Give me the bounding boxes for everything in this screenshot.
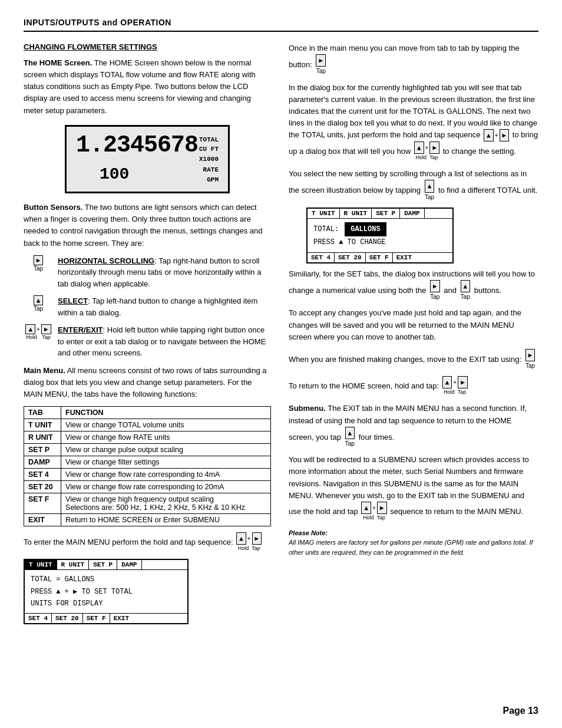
home-tap-label: Tap — [458, 388, 467, 397]
right-para6: When you are finished making changes, mo… — [289, 349, 538, 371]
enter-main-menu-text: To enter the MAIN MENU perform the hold … — [24, 532, 271, 553]
lcd-med-number: 100 — [100, 165, 129, 183]
tap-select-group: ▲ Tap — [425, 180, 435, 202]
enter-menu-ht-labels: Hold Tap — [236, 545, 262, 553]
two-col-layout: CHANGING FLOWMETER SETTINGS The HOME Scr… — [24, 42, 538, 629]
menu-tab-damp: DAMP — [117, 560, 141, 569]
enter-menu-right-btn: ▶ — [252, 532, 262, 545]
submenu-return-right: ▶ — [377, 502, 387, 514]
note-text: All IMAG meters are factory set for gall… — [289, 539, 533, 556]
horiz-scroll-icon-area: ▶ Tap — [24, 255, 53, 272]
home-return-row: ▲ + ▶ — [442, 376, 468, 388]
table-row: T UNIT View or change TOTAL volume units — [24, 419, 271, 431]
ht-right-btn-2: ▶ — [500, 129, 510, 141]
lcd-bottom-row: 100 RATE GPM — [76, 165, 219, 185]
total-label-right: TOTAL: — [313, 223, 339, 235]
menu-tabs-top-right: T UNIT R UNIT SET P DAMP — [308, 209, 452, 219]
menu-footer-set4: SET 4 — [25, 614, 52, 623]
table-cell-tab: DAMP — [24, 456, 61, 469]
table-cell-function: View or change flow rate corresponding t… — [61, 481, 271, 493]
ht-row-2: ▲ + ▶ — [484, 129, 509, 141]
exit-tab-btn: ▶ Tap — [525, 349, 535, 371]
home-return-right: ▶ — [458, 376, 468, 388]
enter-exit-right-btn: ▶ — [41, 324, 51, 334]
table-row: SET 20 View or change flow rate correspo… — [24, 481, 271, 493]
table-cell-tab: SET F — [24, 493, 61, 514]
menu-footer-setf: SET F — [83, 614, 110, 623]
menu-rfooter-setf: SET F — [366, 253, 393, 262]
lcd-gpm-label: GPM — [203, 175, 219, 185]
submenu-return-row: ▲ + ▶ — [361, 502, 386, 514]
menu-body-line2: PRESS ▲ + ▶ TO SET TOTAL — [31, 586, 181, 598]
lcd-top-labels: TOTAL CU FT X1000 — [199, 135, 219, 164]
menu-tab-r-t-unit: T UNIT — [308, 209, 340, 218]
horiz-scroll-btn-icon: ▶ — [34, 255, 44, 265]
right-para1: Once in the main menu you can move from … — [289, 42, 538, 76]
bottom-note: Please Note: All IMAG meters are factory… — [289, 528, 538, 558]
table-cell-function: View or change high frequency output sca… — [61, 493, 271, 514]
menu-screen-left: T UNIT R UNIT SET P DAMP TOTAL = GALLONS… — [24, 559, 189, 624]
menu-footer-right: SET 4 SET 20 SET F EXIT — [308, 252, 452, 262]
right-column: Once in the main menu you can move from … — [289, 42, 538, 629]
submenu-paragraph2: You will be redirected to a SUBMENU scre… — [289, 454, 538, 522]
menu-tab-r-r-unit: R UNIT — [340, 209, 372, 218]
ht-plus-2: + — [495, 131, 498, 140]
functions-table: TAB FUNCTION T UNIT View or change TOTAL… — [24, 406, 271, 526]
table-cell-function: View or change filter settings — [61, 456, 271, 469]
menu-screen-body-right: TOTAL: GALLONS PRESS ▲ TO CHANGE — [308, 219, 452, 252]
ht-left-btn-ref: ▲ — [414, 141, 424, 154]
right-para3: You select the new setting by scrolling … — [289, 168, 538, 202]
table-row: SET F View or change high frequency outp… — [24, 493, 271, 514]
button-sensors-label: Button Sensors. — [24, 203, 82, 212]
home-return-left: ▲ — [442, 376, 452, 388]
both-btn-2: ▲ Tap — [461, 280, 471, 302]
page-number: Page 13 — [503, 706, 538, 716]
home-hold-label: Hold — [444, 388, 455, 397]
hold-label-2: Hold — [238, 545, 249, 553]
menu-rfooter-exit: EXIT — [393, 253, 415, 262]
submenu-tap-label: Tap — [345, 439, 355, 449]
ht-right-btn-ref: ▶ — [429, 141, 439, 154]
lcd-display: 1.2345678 TOTAL CU FT X1000 100 RATE GPM — [65, 125, 230, 194]
horiz-scroll-icon: ▶ — [34, 255, 44, 265]
select-btn-icon: ▲ — [34, 295, 44, 305]
plus-ref: + — [425, 143, 429, 153]
select-text: SELECT: Tap left-hand button to change a… — [58, 295, 271, 318]
right-para7: To return to the HOME screen, hold and t… — [289, 376, 538, 397]
both-btn-2-icon: ▲ — [461, 280, 471, 292]
menu-tab-t-unit-active: T UNIT — [25, 560, 57, 569]
horiz-scroll-text: HORIZONTAL SCROLLING: Tap right-hand but… — [58, 255, 271, 290]
action-horiz-scroll: ▶ Tap HORIZONTAL SCROLLING: Tap right-ha… — [24, 255, 271, 290]
menu-footer-set20: SET 20 — [52, 614, 83, 623]
table-header-tab: TAB — [24, 407, 61, 419]
enter-exit-labels: Hold Tap — [24, 334, 53, 340]
menu-body-line3: UNITS FOR DISPLAY — [31, 598, 181, 610]
enter-menu-btn-row: ▲ + ▶ — [236, 532, 262, 545]
both-btn-2-tap: Tap — [461, 292, 470, 302]
home-return-plus: + — [453, 378, 457, 387]
action-select: ▲ Tap SELECT: Tap left-hand button to ch… — [24, 295, 271, 318]
main-menu-paragraph: Main Menu. All menu screens consist of t… — [24, 365, 271, 400]
tap-right-label-1: Tap — [316, 67, 326, 76]
select-tap-label: Tap — [34, 305, 43, 312]
submenu-label: Submenu. — [289, 404, 326, 413]
both-btn-1-tap: Tap — [430, 292, 439, 302]
horiz-scroll-tap-label: Tap — [34, 265, 43, 272]
menu-body-line1: TOTAL = GALLONS — [31, 574, 181, 585]
menu-footer-left: SET 4 SET 20 SET F EXIT — [25, 613, 187, 623]
hold-tap-sequence-2: ▲ + ▶ — [484, 129, 509, 141]
exit-tab-btn-icon: ▶ — [525, 349, 535, 361]
lcd-top-row: 1.2345678 TOTAL CU FT X1000 — [76, 134, 219, 164]
ht-labels-ref: Hold Tap — [414, 154, 439, 162]
table-cell-tab: R UNIT — [24, 431, 61, 444]
hold-ref-label: Hold — [416, 154, 427, 162]
enter-exit-plus: + — [37, 326, 40, 332]
enter-exit-icon-area: ▲ + ▶ Hold Tap — [24, 324, 53, 340]
left-column: CHANGING FLOWMETER SETTINGS The HOME Scr… — [24, 42, 271, 629]
table-cell-function: View or change pulse output scaling — [61, 444, 271, 456]
ht-row-ref: ▲ + ▶ — [414, 141, 439, 154]
table-cell-function: Return to HOME SCREEN or Enter SUBMENU — [61, 514, 271, 526]
note-label: Please Note: — [289, 529, 328, 536]
total-gallons-row: TOTAL: GALLONS — [313, 222, 447, 236]
hold-label: Hold — [26, 334, 37, 340]
